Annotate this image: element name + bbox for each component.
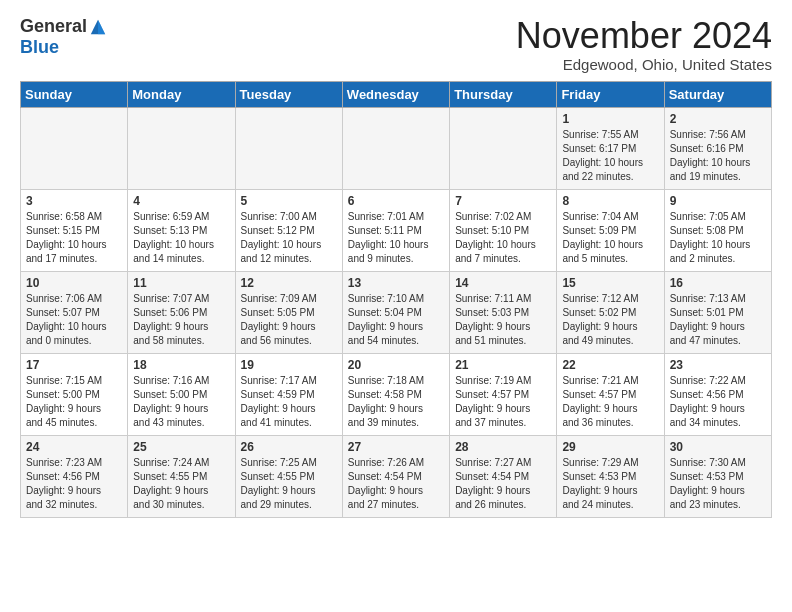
table-cell — [128, 107, 235, 189]
day-number: 22 — [562, 358, 658, 372]
table-cell — [342, 107, 449, 189]
table-cell: 13Sunrise: 7:10 AM Sunset: 5:04 PM Dayli… — [342, 271, 449, 353]
svg-marker-1 — [98, 19, 105, 33]
day-info: Sunrise: 7:16 AM Sunset: 5:00 PM Dayligh… — [133, 374, 229, 430]
table-cell — [235, 107, 342, 189]
day-info: Sunrise: 7:22 AM Sunset: 4:56 PM Dayligh… — [670, 374, 766, 430]
logo: General Blue — [20, 16, 107, 58]
week-row-2: 10Sunrise: 7:06 AM Sunset: 5:07 PM Dayli… — [21, 271, 772, 353]
month-title: November 2024 — [516, 16, 772, 56]
day-number: 14 — [455, 276, 551, 290]
day-info: Sunrise: 7:18 AM Sunset: 4:58 PM Dayligh… — [348, 374, 444, 430]
table-cell: 28Sunrise: 7:27 AM Sunset: 4:54 PM Dayli… — [450, 435, 557, 517]
day-info: Sunrise: 7:17 AM Sunset: 4:59 PM Dayligh… — [241, 374, 337, 430]
day-info: Sunrise: 7:13 AM Sunset: 5:01 PM Dayligh… — [670, 292, 766, 348]
day-info: Sunrise: 6:58 AM Sunset: 5:15 PM Dayligh… — [26, 210, 122, 266]
day-info: Sunrise: 7:15 AM Sunset: 5:00 PM Dayligh… — [26, 374, 122, 430]
day-info: Sunrise: 7:01 AM Sunset: 5:11 PM Dayligh… — [348, 210, 444, 266]
day-number: 1 — [562, 112, 658, 126]
day-info: Sunrise: 7:30 AM Sunset: 4:53 PM Dayligh… — [670, 456, 766, 512]
table-cell — [450, 107, 557, 189]
header-saturday: Saturday — [664, 81, 771, 107]
table-cell: 7Sunrise: 7:02 AM Sunset: 5:10 PM Daylig… — [450, 189, 557, 271]
day-number: 3 — [26, 194, 122, 208]
day-number: 19 — [241, 358, 337, 372]
day-number: 2 — [670, 112, 766, 126]
header-tuesday: Tuesday — [235, 81, 342, 107]
day-number: 13 — [348, 276, 444, 290]
table-cell: 3Sunrise: 6:58 AM Sunset: 5:15 PM Daylig… — [21, 189, 128, 271]
table-cell: 9Sunrise: 7:05 AM Sunset: 5:08 PM Daylig… — [664, 189, 771, 271]
day-number: 18 — [133, 358, 229, 372]
day-info: Sunrise: 7:00 AM Sunset: 5:12 PM Dayligh… — [241, 210, 337, 266]
day-number: 10 — [26, 276, 122, 290]
day-info: Sunrise: 7:07 AM Sunset: 5:06 PM Dayligh… — [133, 292, 229, 348]
table-cell: 25Sunrise: 7:24 AM Sunset: 4:55 PM Dayli… — [128, 435, 235, 517]
day-info: Sunrise: 7:10 AM Sunset: 5:04 PM Dayligh… — [348, 292, 444, 348]
day-number: 7 — [455, 194, 551, 208]
week-row-3: 17Sunrise: 7:15 AM Sunset: 5:00 PM Dayli… — [21, 353, 772, 435]
day-number: 24 — [26, 440, 122, 454]
day-info: Sunrise: 7:56 AM Sunset: 6:16 PM Dayligh… — [670, 128, 766, 184]
table-cell: 15Sunrise: 7:12 AM Sunset: 5:02 PM Dayli… — [557, 271, 664, 353]
location: Edgewood, Ohio, United States — [516, 56, 772, 73]
table-cell: 21Sunrise: 7:19 AM Sunset: 4:57 PM Dayli… — [450, 353, 557, 435]
table-cell: 23Sunrise: 7:22 AM Sunset: 4:56 PM Dayli… — [664, 353, 771, 435]
logo-blue: Blue — [20, 37, 59, 58]
calendar-header-row: Sunday Monday Tuesday Wednesday Thursday… — [21, 81, 772, 107]
table-cell: 18Sunrise: 7:16 AM Sunset: 5:00 PM Dayli… — [128, 353, 235, 435]
table-cell: 1Sunrise: 7:55 AM Sunset: 6:17 PM Daylig… — [557, 107, 664, 189]
day-number: 25 — [133, 440, 229, 454]
day-info: Sunrise: 7:26 AM Sunset: 4:54 PM Dayligh… — [348, 456, 444, 512]
table-cell: 6Sunrise: 7:01 AM Sunset: 5:11 PM Daylig… — [342, 189, 449, 271]
table-cell: 30Sunrise: 7:30 AM Sunset: 4:53 PM Dayli… — [664, 435, 771, 517]
day-number: 28 — [455, 440, 551, 454]
week-row-0: 1Sunrise: 7:55 AM Sunset: 6:17 PM Daylig… — [21, 107, 772, 189]
table-cell: 16Sunrise: 7:13 AM Sunset: 5:01 PM Dayli… — [664, 271, 771, 353]
table-cell: 19Sunrise: 7:17 AM Sunset: 4:59 PM Dayli… — [235, 353, 342, 435]
day-info: Sunrise: 7:11 AM Sunset: 5:03 PM Dayligh… — [455, 292, 551, 348]
day-number: 12 — [241, 276, 337, 290]
logo-icon — [89, 18, 107, 36]
day-number: 17 — [26, 358, 122, 372]
day-number: 15 — [562, 276, 658, 290]
day-number: 9 — [670, 194, 766, 208]
header-monday: Monday — [128, 81, 235, 107]
day-info: Sunrise: 6:59 AM Sunset: 5:13 PM Dayligh… — [133, 210, 229, 266]
calendar: Sunday Monday Tuesday Wednesday Thursday… — [20, 81, 772, 518]
day-info: Sunrise: 7:09 AM Sunset: 5:05 PM Dayligh… — [241, 292, 337, 348]
day-number: 5 — [241, 194, 337, 208]
day-number: 16 — [670, 276, 766, 290]
day-number: 4 — [133, 194, 229, 208]
day-info: Sunrise: 7:05 AM Sunset: 5:08 PM Dayligh… — [670, 210, 766, 266]
header-sunday: Sunday — [21, 81, 128, 107]
day-info: Sunrise: 7:29 AM Sunset: 4:53 PM Dayligh… — [562, 456, 658, 512]
day-number: 29 — [562, 440, 658, 454]
header: General Blue November 2024 Edgewood, Ohi… — [20, 16, 772, 73]
day-info: Sunrise: 7:12 AM Sunset: 5:02 PM Dayligh… — [562, 292, 658, 348]
table-cell: 17Sunrise: 7:15 AM Sunset: 5:00 PM Dayli… — [21, 353, 128, 435]
table-cell: 10Sunrise: 7:06 AM Sunset: 5:07 PM Dayli… — [21, 271, 128, 353]
week-row-1: 3Sunrise: 6:58 AM Sunset: 5:15 PM Daylig… — [21, 189, 772, 271]
day-info: Sunrise: 7:25 AM Sunset: 4:55 PM Dayligh… — [241, 456, 337, 512]
logo-general: General — [20, 16, 87, 37]
day-number: 6 — [348, 194, 444, 208]
day-info: Sunrise: 7:24 AM Sunset: 4:55 PM Dayligh… — [133, 456, 229, 512]
day-info: Sunrise: 7:55 AM Sunset: 6:17 PM Dayligh… — [562, 128, 658, 184]
table-cell: 2Sunrise: 7:56 AM Sunset: 6:16 PM Daylig… — [664, 107, 771, 189]
table-cell: 29Sunrise: 7:29 AM Sunset: 4:53 PM Dayli… — [557, 435, 664, 517]
day-number: 8 — [562, 194, 658, 208]
day-number: 26 — [241, 440, 337, 454]
table-cell: 26Sunrise: 7:25 AM Sunset: 4:55 PM Dayli… — [235, 435, 342, 517]
table-cell: 20Sunrise: 7:18 AM Sunset: 4:58 PM Dayli… — [342, 353, 449, 435]
table-cell: 14Sunrise: 7:11 AM Sunset: 5:03 PM Dayli… — [450, 271, 557, 353]
week-row-4: 24Sunrise: 7:23 AM Sunset: 4:56 PM Dayli… — [21, 435, 772, 517]
day-info: Sunrise: 7:27 AM Sunset: 4:54 PM Dayligh… — [455, 456, 551, 512]
table-cell: 11Sunrise: 7:07 AM Sunset: 5:06 PM Dayli… — [128, 271, 235, 353]
day-number: 20 — [348, 358, 444, 372]
table-cell: 24Sunrise: 7:23 AM Sunset: 4:56 PM Dayli… — [21, 435, 128, 517]
day-number: 21 — [455, 358, 551, 372]
day-info: Sunrise: 7:19 AM Sunset: 4:57 PM Dayligh… — [455, 374, 551, 430]
day-info: Sunrise: 7:04 AM Sunset: 5:09 PM Dayligh… — [562, 210, 658, 266]
day-info: Sunrise: 7:06 AM Sunset: 5:07 PM Dayligh… — [26, 292, 122, 348]
